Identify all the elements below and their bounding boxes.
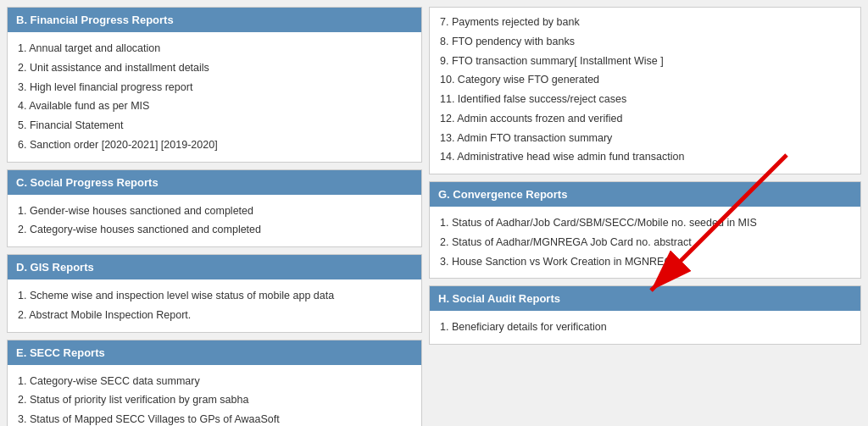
- list-item[interactable]: Identified false success/reject cases: [440, 90, 850, 109]
- list-item[interactable]: Category wise FTO generated: [440, 70, 850, 90]
- section-E-body: Category-wise SECC data summary Status o…: [8, 365, 421, 427]
- list-item[interactable]: Category-wise SECC data summary: [18, 372, 411, 391]
- section-E-header: E. SECC Reports: [8, 340, 421, 365]
- section-G-body: Status of Aadhar/Job Card/SBM/SECC/Mobil…: [430, 207, 860, 278]
- list-item[interactable]: Sanction order [2020-2021] [2019-2020]: [18, 136, 411, 155]
- section-B: B. Financial Progress Reports Annual tar…: [7, 7, 422, 163]
- list-item[interactable]: Status of Aadhar/Job Card/SBM/SECC/Mobil…: [440, 213, 850, 233]
- list-item[interactable]: Administrative head wise admin fund tran…: [440, 147, 850, 167]
- top-continuation-list: Payments rejected by bank FTO pendency w…: [429, 7, 861, 174]
- list-item[interactable]: FTO transaction summary[ Installment Wis…: [440, 52, 850, 71]
- section-D-body: Scheme wise and inspection level wise st…: [8, 279, 421, 332]
- section-B-body: Annual target and allocation Unit assist…: [8, 32, 421, 162]
- list-item[interactable]: House Sanction vs Work Creation in MGNRE…: [440, 252, 850, 272]
- section-H-body: Beneficiary details for verification: [430, 311, 860, 344]
- list-item[interactable]: FTO pendency with banks: [440, 32, 850, 52]
- list-item[interactable]: Admin accounts frozen and verified: [440, 109, 850, 129]
- section-H: H. Social Audit Reports Beneficiary deta…: [429, 285, 861, 345]
- section-H-header: H. Social Audit Reports: [430, 286, 860, 311]
- list-item[interactable]: Beneficiary details for verification: [440, 318, 850, 337]
- list-item[interactable]: Status of Mapped SECC Villages to GPs of…: [18, 410, 411, 426]
- section-C-body: Gender-wise houses sanctioned and comple…: [8, 195, 421, 247]
- list-item[interactable]: Payments rejected by bank: [440, 13, 850, 32]
- list-item[interactable]: Financial Statement: [18, 116, 411, 136]
- list-item[interactable]: Unit assistance and installment details: [18, 58, 411, 78]
- left-column: B. Financial Progress Reports Annual tar…: [7, 7, 422, 426]
- list-item[interactable]: Scheme wise and inspection level wise st…: [18, 286, 411, 306]
- section-D: D. GIS Reports Scheme wise and inspectio…: [7, 254, 422, 333]
- section-G: G. Convergence Reports Status of Aadhar/…: [429, 181, 861, 279]
- section-C: C. Social Progress Reports Gender-wise h…: [7, 169, 422, 248]
- list-item[interactable]: Abstract Mobile Inspection Report.: [18, 306, 411, 325]
- list-item[interactable]: Annual target and allocation: [18, 39, 411, 58]
- section-G-header: G. Convergence Reports: [430, 182, 860, 207]
- list-item[interactable]: High level financial progress report: [18, 78, 411, 97]
- list-item[interactable]: Gender-wise houses sanctioned and comple…: [18, 202, 411, 221]
- section-C-header: C. Social Progress Reports: [8, 170, 421, 195]
- list-item[interactable]: Status of Aadhar/MGNREGA Job Card no. ab…: [440, 233, 850, 252]
- list-item[interactable]: Available fund as per MIS: [18, 97, 411, 116]
- right-column: Payments rejected by bank FTO pendency w…: [422, 7, 861, 426]
- list-item[interactable]: Status of priority list verification by …: [18, 390, 411, 410]
- list-item[interactable]: Category-wise houses sanctioned and comp…: [18, 220, 411, 240]
- section-D-header: D. GIS Reports: [8, 255, 421, 279]
- list-item[interactable]: Admin FTO transaction summary: [440, 129, 850, 148]
- section-E: E. SECC Reports Category-wise SECC data …: [7, 340, 422, 427]
- section-B-header: B. Financial Progress Reports: [8, 8, 421, 32]
